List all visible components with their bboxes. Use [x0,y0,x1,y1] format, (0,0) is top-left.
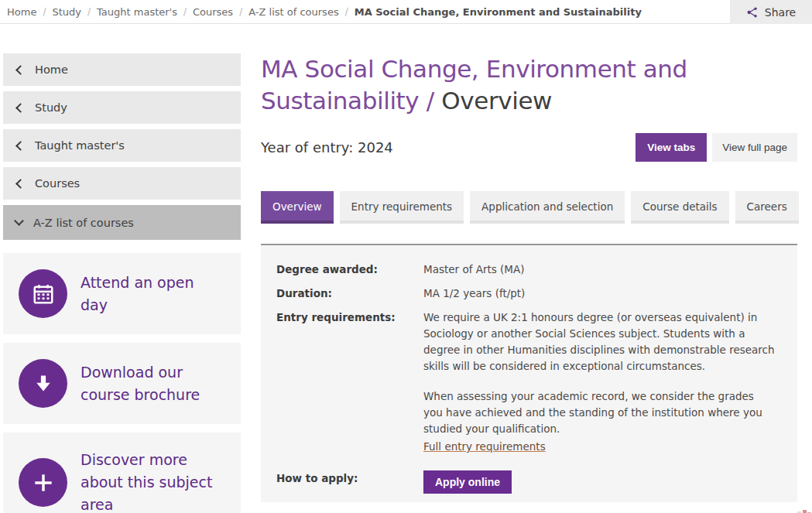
breadcrumb-item-home[interactable]: Home [7,6,36,18]
download-brochure-label: Download our course brochure [81,361,214,406]
sidebar-item-label: Home [35,63,68,76]
sidebar-item-label: Study [35,101,67,114]
breadcrumb-item-current-course: MA Social Change, Environment and Sustai… [355,6,642,18]
tab-course-details[interactable]: Course details [631,191,728,224]
how-to-apply-value: Apply online [423,470,776,494]
tab-overview[interactable]: Overview [261,191,334,224]
breadcrumb-separator: / [183,6,187,17]
tab-application-and-selection[interactable]: Application and selection [470,191,625,224]
year-of-entry: Year of entry: 2024 [261,139,393,156]
duration-row: Duration: MA 1/2 years (ft/pt) [276,286,782,302]
course-tabs: Overview Entry requirements Application … [261,191,797,224]
share-button[interactable]: Share [730,0,812,24]
sidebar-item-label: Courses [35,177,80,190]
breadcrumb-item-courses[interactable]: Courses [193,6,233,18]
chevron-left-icon [15,103,26,113]
breadcrumb: Home / Study / Taught master's / Courses… [0,0,812,24]
degree-awarded-row: Degree awarded: Master of Arts (MA) [276,262,782,278]
plus-icon [19,458,67,507]
main-content: MA Social Change, Environment and Sustai… [261,53,797,502]
partial-element-artifact [803,510,807,513]
discover-subject-area-label: Discover more about this subject area [81,449,214,513]
breadcrumb-separator: / [87,6,91,17]
sidebar-item-az-list-of-courses[interactable]: A-Z list of courses [3,205,241,240]
sidebar: Home Study Taught master's Courses A-Z l… [3,53,241,513]
breadcrumb-separator: / [345,6,348,17]
sidebar-item-label: Taught master's [35,139,125,152]
attend-open-day-card[interactable]: Attend an open day [3,253,241,334]
tab-entry-requirements[interactable]: Entry requirements [340,191,464,224]
degree-awarded-value: Master of Arts (MA) [423,262,776,278]
view-full-page-button[interactable]: View full page [712,133,797,162]
chevron-down-icon [14,216,24,226]
entry-requirements-value: We require a UK 2:1 honours degree (or o… [423,310,776,455]
breadcrumb-item-study[interactable]: Study [52,6,81,18]
attend-open-day-label: Attend an open day [81,272,214,316]
sidebar-item-taught-masters[interactable]: Taught master's [3,129,241,162]
breadcrumb-item-taught-masters[interactable]: Taught master's [97,6,177,18]
discover-subject-area-card[interactable]: Discover more about this subject area [3,433,241,513]
entry-requirements-label: Entry requirements: [276,310,423,455]
sidebar-item-home[interactable]: Home [3,53,241,86]
entry-requirements-row: Entry requirements: We require a UK 2:1 … [276,310,782,455]
how-to-apply-label: How to apply: [276,470,423,487]
tab-careers[interactable]: Careers [735,191,799,224]
sidebar-item-label: A-Z list of courses [33,217,134,229]
view-tabs-button[interactable]: View tabs [636,133,707,162]
course-details-panel: Degree awarded: Master of Arts (MA) Dura… [261,244,797,502]
download-icon [19,359,67,408]
entry-requirements-paragraph-2: When assessing your academic record, we … [423,388,776,437]
year-of-entry-row: Year of entry: 2024 View tabs View full … [261,133,797,162]
apply-online-button[interactable]: Apply online [423,470,512,494]
calendar-icon [19,269,67,318]
download-brochure-card[interactable]: Download our course brochure [3,343,241,424]
sidebar-item-study[interactable]: Study [3,91,241,124]
breadcrumb-item-az-list[interactable]: A-Z list of courses [248,6,338,18]
chevron-left-icon [15,179,26,189]
breadcrumb-separator: / [43,6,46,17]
view-mode-buttons: View tabs View full page [636,133,797,162]
how-to-apply-row: How to apply: Apply online [276,470,782,494]
full-entry-requirements-link[interactable]: Full entry requirements [423,439,546,455]
degree-awarded-label: Degree awarded: [276,262,423,278]
duration-value: MA 1/2 years (ft/pt) [423,286,776,302]
section-title: Overview [441,87,552,115]
chevron-left-icon [15,65,26,75]
chevron-left-icon [15,141,26,151]
share-icon [746,6,759,19]
sidebar-item-courses[interactable]: Courses [3,167,241,200]
duration-label: Duration: [276,286,423,302]
page-title: MA Social Change, Environment and Sustai… [261,53,772,117]
share-label: Share [765,6,796,19]
breadcrumb-separator: / [239,6,242,17]
entry-requirements-paragraph-1: We require a UK 2:1 honours degree (or o… [423,310,776,374]
